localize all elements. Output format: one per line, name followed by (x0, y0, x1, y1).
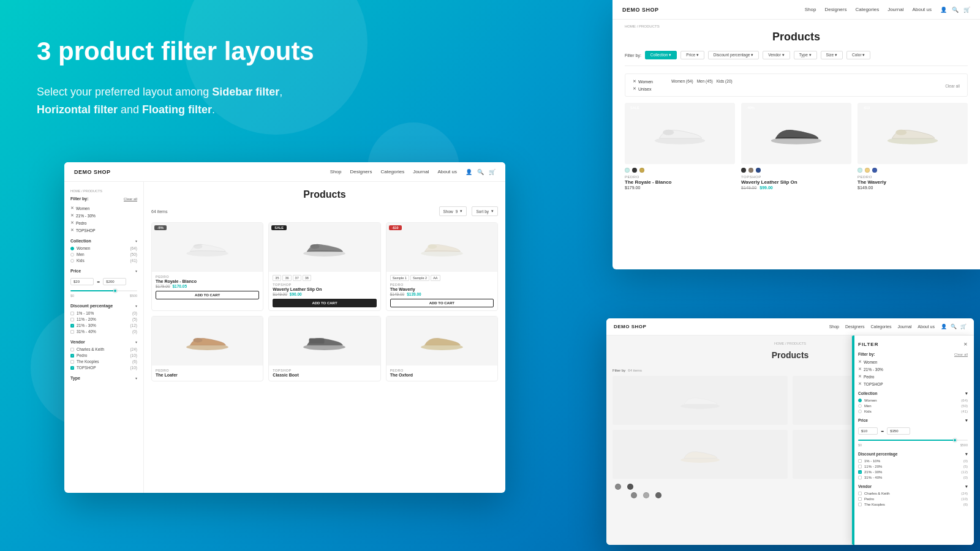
fp-vendor-kooples[interactable]: The Kooples (6) (858, 503, 968, 506)
price-chevron[interactable]: ▾ (135, 269, 137, 273)
fp-cb-2[interactable] (858, 465, 862, 468)
price-max-input[interactable]: $200 (103, 278, 126, 285)
discount-11-20[interactable]: 11% - 20% (5) (70, 317, 137, 321)
add-to-cart-1[interactable]: ADD TO CART (156, 291, 259, 299)
collection-kids[interactable]: Kids (41) (70, 258, 137, 263)
h-color-dot-mint[interactable] (625, 168, 630, 173)
f-cdot-2[interactable] (627, 484, 633, 490)
fp-price-min[interactable]: $10 (858, 427, 878, 435)
filter-pill-collection[interactable]: Collection ▾ (645, 51, 677, 59)
fp-disc-1[interactable]: 1% - 10% (0) (858, 459, 968, 463)
checkbox-21-30[interactable]: ✓ (70, 324, 74, 328)
radio-men[interactable] (70, 253, 74, 257)
fp-radio-women[interactable] (858, 399, 862, 402)
fp-disc-2[interactable]: 11% - 20% (5) (858, 465, 968, 468)
f-cdot-1[interactable] (615, 484, 621, 490)
f-cdot-4[interactable] (643, 492, 649, 498)
filter-pill-color[interactable]: Color ▾ (846, 51, 870, 59)
fp-collection-chevron[interactable]: ▾ (965, 391, 968, 396)
remove-topshop-icon[interactable]: ✕ (70, 228, 74, 233)
radio-women[interactable] (70, 247, 74, 250)
fp-x-pedro[interactable]: ✕ (858, 374, 862, 379)
fp-women-opt[interactable]: Women (64) (858, 399, 968, 402)
h-color-dot-mint3[interactable] (858, 168, 862, 173)
filter-pill-vendor[interactable]: Vendor ▾ (763, 51, 790, 59)
collection-men[interactable]: Men (50) (70, 252, 137, 257)
filter-pill-type[interactable]: Type ▾ (794, 51, 817, 59)
vendor-chevron[interactable]: ▾ (135, 340, 137, 344)
vendor-pedro[interactable]: ✓ Pedro (10) (70, 353, 137, 358)
discount-31-40[interactable]: 31% - 40% (0) (70, 329, 137, 334)
fp-kids-opt[interactable]: Kids (41) (858, 410, 968, 413)
h-color-dot-gold[interactable] (639, 168, 644, 173)
h-x-unisex[interactable]: ✕ (633, 86, 636, 91)
add-to-cart-2[interactable]: ADD TO CART (273, 299, 376, 307)
h-color-dot-black[interactable] (632, 168, 637, 173)
f-cdot-5[interactable] (655, 492, 662, 498)
type-chevron[interactable]: ▾ (135, 376, 137, 380)
filter-pill-price[interactable]: Price ▾ (680, 51, 704, 59)
fp-men-opt[interactable]: Men (50) (858, 404, 968, 408)
collection-chevron[interactable]: ▾ (135, 239, 137, 243)
discount-1-10[interactable]: 1% - 10% (0) (70, 311, 137, 315)
f-cdot-3[interactable] (631, 492, 637, 498)
remove-pedro-icon[interactable]: ✕ (70, 220, 74, 225)
price-slider[interactable] (70, 290, 137, 291)
fp-vendor-ck[interactable]: Charles & Keith (24) (858, 492, 968, 495)
fp-cb-1[interactable] (858, 459, 862, 463)
fp-price-max[interactable]: $350 (887, 427, 910, 435)
size-36[interactable]: 36 (282, 275, 291, 281)
sort-select[interactable]: Sort by ▾ (472, 206, 498, 216)
fp-x-discount[interactable]: ✕ (858, 367, 862, 372)
clear-all-button[interactable]: Clear all (124, 197, 137, 201)
radio-kids[interactable] (70, 259, 74, 263)
remove-women-icon[interactable]: ✕ (70, 206, 74, 211)
checkbox-pedro[interactable]: ✓ (70, 354, 74, 358)
add-to-cart-3[interactable]: ADD TO CART (390, 299, 494, 307)
filter-pill-discount[interactable]: Discount percentage ▾ (708, 51, 759, 59)
floating-panel-close[interactable]: ✕ (963, 342, 968, 347)
show-select[interactable]: Show 9 ▾ (439, 206, 467, 216)
fp-cb-3[interactable]: ✓ (858, 470, 862, 474)
h-clear-all[interactable]: Clear all (945, 79, 960, 91)
fp-cb-pedro[interactable] (858, 497, 862, 501)
vendor-ck[interactable]: Charles & Keith (24) (70, 347, 137, 351)
checkbox-topshop[interactable]: ✓ (70, 366, 74, 370)
checkbox-11-20[interactable] (70, 318, 74, 321)
fp-x-topshop[interactable]: ✕ (858, 381, 862, 386)
h-x-women[interactable]: ✕ (633, 79, 636, 84)
fp-vendor-pedro[interactable]: Pedro (10) (858, 497, 968, 501)
fp-slider-thumb[interactable] (953, 438, 957, 442)
vendor-kooples[interactable]: The Kooples (6) (70, 359, 137, 364)
discount-chevron[interactable]: ▾ (135, 304, 137, 308)
checkbox-31-40[interactable] (70, 330, 74, 334)
size-38[interactable]: 38 (303, 275, 311, 281)
fp-discount-chevron[interactable]: ▾ (965, 452, 968, 457)
fp-cb-kooples[interactable] (858, 503, 862, 506)
fp-cb-ck[interactable] (858, 492, 862, 495)
fp-disc-4[interactable]: 31% - 40% (0) (858, 476, 968, 479)
fp-vendor-chevron[interactable]: ▾ (965, 484, 968, 489)
discount-21-30[interactable]: ✓ 21% - 30% (12) (70, 323, 137, 328)
size-s1[interactable]: Sample 1 (390, 275, 409, 281)
h-color-dot-navy[interactable] (756, 168, 761, 173)
checkbox-ck[interactable] (70, 348, 74, 351)
size-aa[interactable]: AA (431, 275, 440, 281)
fp-cb-4[interactable] (858, 476, 862, 479)
fp-clear-all[interactable]: Clear all (954, 353, 968, 356)
checkbox-kooples[interactable] (70, 360, 74, 364)
fp-radio-kids[interactable] (858, 410, 862, 413)
h-color-dot-yellow[interactable] (865, 168, 870, 173)
price-min-input[interactable]: $20 (70, 278, 94, 285)
fp-disc-3[interactable]: ✓ 21% - 30% (12) (858, 470, 968, 474)
h-color-dot-black2[interactable] (741, 168, 746, 173)
size-37[interactable]: 37 (293, 275, 301, 281)
filter-pill-size[interactable]: Size ▾ (821, 51, 843, 59)
checkbox-1-10[interactable] (70, 312, 74, 315)
h-clear-all-label[interactable]: Clear all (945, 84, 960, 88)
h-color-dot-brown[interactable] (748, 168, 753, 173)
fp-price-chevron[interactable]: ▾ (965, 418, 968, 423)
collection-women[interactable]: Women (64) (70, 246, 137, 250)
price-slider-thumb[interactable] (113, 289, 117, 293)
vendor-topshop[interactable]: ✓ TOPSHOP (10) (70, 365, 137, 370)
